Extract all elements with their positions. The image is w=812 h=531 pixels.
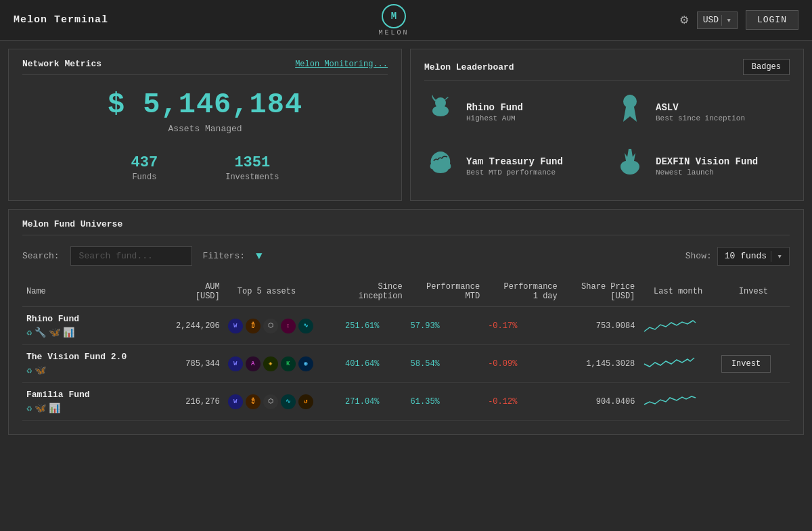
filters-label: Filters:	[203, 251, 245, 261]
search-input[interactable]	[70, 246, 192, 266]
fund-tag-icon: 🔧	[35, 327, 46, 338]
fund-aum-0: 2,244,206	[158, 307, 223, 345]
sparkline-chart-0	[643, 313, 697, 336]
fund-sparkline-1	[639, 345, 717, 383]
fund-tag-icon: ♻	[26, 402, 32, 414]
fund-aum-2: 216,276	[158, 383, 223, 421]
fund-sparkline-0	[639, 307, 717, 345]
fund-name-cell-1: The Vision Fund 2.0 ♻ 🦋	[22, 345, 158, 383]
melon-monitoring-link[interactable]: Melon Monitoring...	[295, 60, 388, 69]
fund-tag-icon: 🦋	[49, 327, 60, 338]
network-metrics-header: Network Metrics Melon Monitoring...	[22, 59, 388, 75]
asset-icon-band: ◈	[263, 356, 278, 371]
leaderboard-icon-2	[424, 146, 457, 187]
fund-universe-panel: Melon Fund Universe Search: Filters: ▼ S…	[8, 209, 804, 435]
login-button[interactable]: LOGIN	[746, 10, 798, 30]
fund-name-2: Familia Fund	[26, 390, 154, 400]
sparkline-chart-1	[643, 350, 697, 374]
fund-tag-icon: 🦋	[35, 365, 46, 376]
fund-invest-cell-0	[717, 307, 790, 345]
col-perf-mtd: PerformanceMTD	[407, 277, 484, 307]
settings-button[interactable]: ⚙	[679, 14, 689, 26]
investments-value: 1351	[225, 154, 279, 171]
show-chevron-icon[interactable]: ▾	[771, 251, 782, 262]
asset-icon-gen2: ⬡	[263, 394, 278, 409]
col-last-month: Last month	[639, 277, 717, 307]
fund-perf-mtd-0: 57.93%	[407, 307, 484, 345]
network-metrics-title: Network Metrics	[22, 59, 102, 69]
fund-assets-2: W ₿ ⬡ ∿ ↺	[224, 383, 341, 421]
table-row: Familia Fund ♻ 🦋 📊 216,276 W ₿ ⬡	[22, 383, 790, 421]
fund-sparkline-2	[639, 383, 717, 421]
fund-tag-icon: 📊	[63, 327, 74, 338]
fund-invest-cell-1[interactable]: Invest	[717, 345, 790, 383]
invest-button-1[interactable]: Invest	[721, 355, 771, 373]
svg-point-2	[623, 95, 637, 108]
leaderboard-item-3: DEXFIN Vision Fund Newest launch	[614, 146, 790, 187]
lb-name-3: DEXFIN Vision Fund	[656, 156, 758, 167]
main-content: Network Metrics Melon Monitoring... $ 5,…	[0, 41, 812, 443]
fund-icons-0: ♻ 🔧 🦋 📊	[26, 327, 154, 338]
svg-point-1	[435, 97, 446, 108]
lb-name-1: ASLV	[656, 102, 745, 113]
aum-label: Assets Managed	[22, 124, 388, 134]
funds-value: 437	[131, 154, 158, 171]
badges-button[interactable]: Badges	[743, 59, 790, 75]
fund-perf-1d-2: -0.12%	[484, 383, 562, 421]
fund-name-0: Rhino Fund	[26, 314, 154, 324]
leaderboard-item-1: ASLV Best since inception	[614, 92, 790, 133]
fund-aum-1: 785,344	[158, 345, 223, 383]
show-label: Show:	[685, 251, 712, 261]
funds-metric: 437 Funds	[131, 154, 158, 182]
lb-name-2: Yam Treasury Fund	[466, 156, 563, 167]
leaderboard-panel: Melon Leaderboard Badges Rhin	[410, 49, 804, 201]
leaderboard-header: Melon Leaderboard Badges	[424, 59, 790, 81]
leaderboard-title: Melon Leaderboard	[424, 62, 514, 72]
filter-icon[interactable]: ▼	[256, 250, 263, 262]
leaderboard-item-2: Yam Treasury Fund Best MTD performance	[424, 146, 600, 187]
fund-universe-header: Melon Fund Universe	[22, 219, 790, 235]
search-filter-row: Search: Filters: ▼ Show: 10 funds ▾	[22, 246, 790, 266]
col-aum: AUM[USD]	[158, 277, 223, 307]
fund-share-price-0: 753.0084	[562, 307, 639, 345]
asset-icon-kyb: K	[281, 356, 296, 371]
fund-since-1: 401.64%	[341, 345, 406, 383]
show-value: 10 funds	[725, 251, 767, 261]
chevron-down-icon[interactable]: ▾	[721, 15, 731, 26]
lb-desc-0: Highest AUM	[466, 114, 523, 122]
asset-icon-orange: ↺	[298, 394, 313, 409]
asset-icon-meth: W	[228, 356, 243, 371]
table-row: Rhino Fund ♻ 🔧 🦋 📊 2,244,206 W ₿	[22, 307, 790, 345]
show-right: Show: 10 funds ▾	[685, 247, 790, 266]
investments-label: Investments	[225, 172, 279, 182]
table-row: The Vision Fund 2.0 ♻ 🦋 785,344 W A ◈ K	[22, 345, 790, 383]
asset-icon-teal: ∿	[298, 319, 313, 333]
asset-icons-1: W A ◈ K ◉	[228, 356, 337, 371]
fund-assets-0: W ₿ ⬡ ↕ ∿	[224, 307, 341, 345]
lb-desc-1: Best since inception	[656, 114, 745, 122]
lb-name-0: Rhino Fund	[466, 102, 523, 113]
leaderboard-icon-3	[614, 146, 646, 187]
asset-icon-btc2: ₿	[246, 394, 261, 409]
fund-perf-mtd-2: 61.35%	[407, 383, 484, 421]
network-metrics-panel: Network Metrics Melon Monitoring... $ 5,…	[8, 49, 402, 201]
currency-selector[interactable]: USD ▾	[697, 11, 738, 29]
currency-value: USD	[703, 15, 719, 25]
asset-icon-meth2: W	[228, 394, 243, 409]
fund-name-1: The Vision Fund 2.0	[26, 352, 154, 362]
asset-icon-aave: A	[246, 356, 261, 371]
header-center-logo: M MELON	[378, 4, 409, 37]
lb-desc-2: Best MTD performance	[466, 168, 563, 177]
melon-label: MELON	[378, 29, 409, 37]
fund-invest-cell-2	[717, 383, 790, 421]
col-perf-1d: Performance1 day	[484, 277, 562, 307]
investments-metric: 1351 Investments	[225, 154, 279, 182]
show-select[interactable]: 10 funds ▾	[717, 247, 790, 266]
fund-table-body: Rhino Fund ♻ 🔧 🦋 📊 2,244,206 W ₿	[22, 307, 790, 421]
fund-perf-1d-1: -0.09%	[484, 345, 562, 383]
asset-icon-teal2: ∿	[281, 394, 296, 409]
metrics-row: 437 Funds 1351 Investments	[22, 154, 388, 182]
leaderboard-text-0: Rhino Fund Highest AUM	[466, 102, 523, 122]
fund-perf-1d-0: -0.17%	[484, 307, 562, 345]
lb-desc-3: Newest launch	[656, 168, 758, 177]
